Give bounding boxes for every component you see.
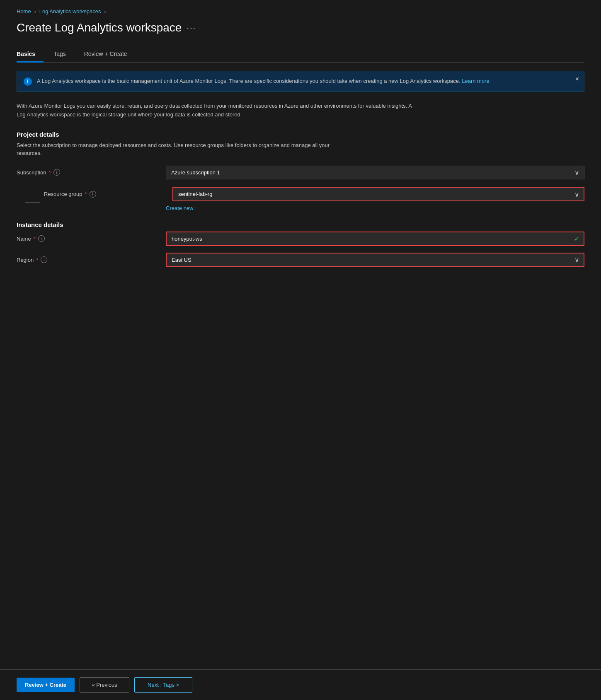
region-label: Region [17, 257, 34, 263]
subscription-label: Subscription [17, 169, 46, 176]
resource-group-label: Resource group [44, 191, 82, 197]
subscription-info-icon[interactable]: i [53, 169, 60, 176]
instance-details-section: Instance details Name * i ✓ Region * i [17, 221, 584, 267]
info-icon: i [24, 77, 32, 86]
breadcrumb-home[interactable]: Home [17, 8, 31, 14]
name-input-wrapper: ✓ [166, 232, 584, 246]
project-details-section: Project details Select the subscription … [17, 131, 584, 211]
region-info-icon[interactable]: i [41, 256, 47, 263]
resource-group-dropdown-wrapper: sentinel-lab-rg ∨ [172, 187, 584, 201]
banner-text: A Log Analytics workspace is the basic m… [37, 77, 490, 85]
next-button[interactable]: Next : Tags > [134, 677, 192, 693]
name-info-icon[interactable]: i [38, 235, 45, 242]
project-details-description: Select the subscription to manage deploy… [17, 141, 348, 157]
subscription-dropdown-wrapper: Azure subscription 1 ∨ [166, 166, 584, 179]
page-title: Create Log Analytics workspace [17, 21, 182, 34]
name-check-icon: ✓ [574, 235, 579, 243]
region-dropdown-wrapper: East US ∨ [166, 253, 584, 267]
page-description: With Azure Monitor Logs you can easily s… [17, 102, 414, 119]
name-required: * [34, 236, 36, 242]
region-dropdown[interactable]: East US [166, 253, 584, 267]
resource-group-dropdown[interactable]: sentinel-lab-rg [172, 187, 584, 201]
name-input[interactable] [166, 232, 584, 246]
region-row: Region * i East US ∨ [17, 253, 584, 267]
tab-tags[interactable]: Tags [53, 47, 74, 63]
instance-details-heading: Instance details [17, 221, 584, 228]
info-banner: i A Log Analytics workspace is the basic… [17, 71, 584, 92]
resource-group-row: Resource group * i sentinel-lab-rg ∨ [17, 186, 584, 203]
breadcrumb-sep-2: › [104, 9, 106, 14]
region-required: * [36, 257, 38, 263]
review-create-button[interactable]: Review + Create [17, 678, 75, 692]
tab-bar: Basics Tags Review + Create [17, 47, 584, 63]
tab-basics[interactable]: Basics [17, 47, 44, 63]
close-banner-button[interactable]: × [575, 75, 579, 83]
subscription-dropdown[interactable]: Azure subscription 1 [166, 166, 584, 179]
connector-line [25, 186, 40, 203]
previous-button[interactable]: « Previous [80, 677, 129, 693]
subscription-row: Subscription * i Azure subscription 1 ∨ [17, 166, 584, 179]
create-new-link[interactable]: Create new [166, 205, 584, 211]
breadcrumb-sep-1: › [34, 9, 36, 14]
tab-review-create[interactable]: Review + Create [84, 47, 136, 63]
subscription-required: * [49, 169, 51, 176]
ellipsis-button[interactable]: ··· [187, 23, 196, 33]
resource-group-info-icon[interactable]: i [90, 191, 96, 198]
name-label: Name [17, 236, 31, 242]
project-details-heading: Project details [17, 131, 584, 138]
name-row: Name * i ✓ [17, 232, 584, 246]
learn-more-link[interactable]: Learn more [462, 78, 489, 84]
footer: Review + Create « Previous Next : Tags > [0, 669, 601, 700]
breadcrumb: Home › Log Analytics workspaces › [17, 8, 584, 14]
resource-group-required: * [85, 191, 87, 197]
breadcrumb-parent[interactable]: Log Analytics workspaces [39, 8, 101, 14]
